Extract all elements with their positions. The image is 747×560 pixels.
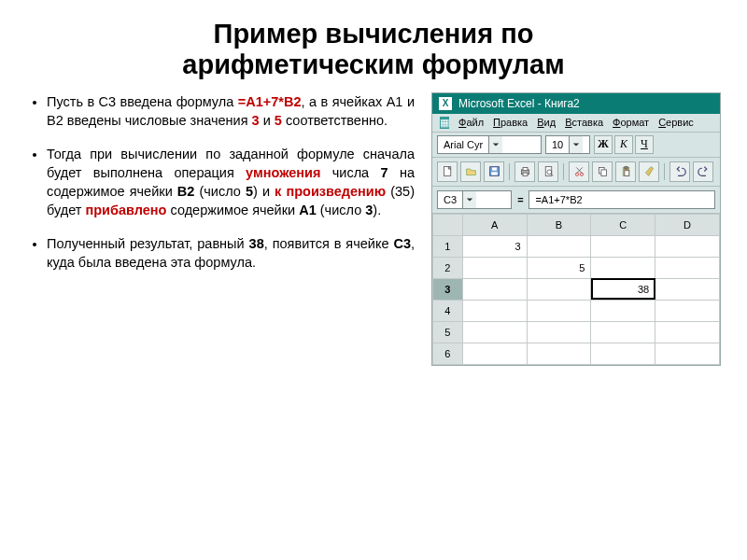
row-header-4[interactable]: 4 <box>433 300 463 321</box>
copy-icon[interactable] <box>592 161 613 182</box>
menu-format[interactable]: Формат <box>613 117 649 129</box>
cell-A3[interactable] <box>462 278 527 300</box>
cells-grid[interactable]: ABCD1325338456 <box>432 214 720 365</box>
row-header-2[interactable]: 2 <box>433 257 463 278</box>
format-painter-icon[interactable] <box>639 161 659 182</box>
cell-C2[interactable] <box>591 257 655 278</box>
paste-icon[interactable] <box>615 161 636 182</box>
standard-toolbar <box>432 158 720 187</box>
column-header-D[interactable]: D <box>655 214 720 235</box>
cut-icon[interactable] <box>569 161 589 182</box>
svg-rect-2 <box>492 168 497 171</box>
row-header-3[interactable]: 3 <box>433 278 463 300</box>
chevron-down-icon[interactable] <box>462 191 476 208</box>
svg-rect-6 <box>523 173 528 175</box>
cell-A5[interactable] <box>462 321 527 343</box>
svg-rect-14 <box>624 167 627 169</box>
bold-button[interactable]: Ж <box>594 135 613 154</box>
print-icon[interactable] <box>514 161 535 182</box>
save-icon[interactable] <box>484 161 504 182</box>
cell-D5[interactable] <box>655 321 720 343</box>
row-header-1[interactable]: 1 <box>433 235 463 257</box>
column-header-C[interactable]: C <box>591 214 655 235</box>
cell-C1[interactable] <box>591 235 655 257</box>
cell-B6[interactable] <box>527 343 591 364</box>
menu-file[interactable]: Файл <box>458 117 484 129</box>
cell-B1[interactable] <box>527 235 591 257</box>
cell-A6[interactable] <box>462 343 527 364</box>
chevron-down-icon[interactable] <box>488 136 502 153</box>
menu-insert[interactable]: Вставка <box>565 117 603 129</box>
column-header-B[interactable]: B <box>527 214 591 235</box>
cell-B4[interactable] <box>527 300 591 321</box>
excel-title-text: Microsoft Excel - Книга2 <box>458 97 580 110</box>
cell-D6[interactable] <box>655 343 720 364</box>
excel-app-icon: X <box>438 96 453 111</box>
bullet-3: Полученный результат, равный 38, появитс… <box>47 234 415 272</box>
svg-rect-5 <box>523 168 528 171</box>
cell-C4[interactable] <box>591 300 655 321</box>
cell-A1[interactable]: 3 <box>462 235 527 257</box>
open-icon[interactable] <box>460 161 481 182</box>
cell-D4[interactable] <box>655 300 720 321</box>
name-box[interactable]: C3 <box>437 190 512 209</box>
menu-tools[interactable]: Сервис <box>658 117 694 129</box>
font-size-combo[interactable]: 10 <box>545 135 590 154</box>
underline-button[interactable]: Ч <box>635 135 654 154</box>
cell-A4[interactable] <box>462 300 527 321</box>
slide-title: Пример вычисления поарифметическим форму… <box>26 19 721 81</box>
cell-A2[interactable] <box>462 257 527 278</box>
preview-icon[interactable] <box>538 161 558 182</box>
row-header-6[interactable]: 6 <box>433 343 463 364</box>
cell-B3[interactable] <box>527 278 591 300</box>
select-all-corner[interactable] <box>433 214 463 235</box>
row-header-5[interactable]: 5 <box>433 321 463 343</box>
cell-C5[interactable] <box>591 321 655 343</box>
chevron-down-icon[interactable] <box>569 136 583 153</box>
svg-rect-12 <box>600 170 606 176</box>
cell-C6[interactable] <box>591 343 655 364</box>
svg-rect-3 <box>491 173 498 175</box>
column-header-A[interactable]: A <box>462 214 527 235</box>
cell-B5[interactable] <box>527 321 591 343</box>
cell-D3[interactable] <box>655 278 720 300</box>
menu-view[interactable]: Вид <box>537 117 556 129</box>
bullet-column: Пусть в C3 введена формула =A1+7*B2, а в… <box>26 92 415 366</box>
excel-menu-bar[interactable]: ▦ Файл Правка Вид Вставка Формат Сервис <box>432 114 720 133</box>
cell-D1[interactable] <box>655 235 720 257</box>
italic-button[interactable]: К <box>614 135 633 154</box>
formula-bar: C3 = =A1+7*B2 <box>432 187 720 214</box>
new-icon[interactable] <box>437 161 458 182</box>
undo-icon[interactable] <box>669 161 690 182</box>
formula-input[interactable]: =A1+7*B2 <box>529 190 715 209</box>
cell-B2[interactable]: 5 <box>527 257 591 278</box>
cell-C3[interactable]: 38 <box>591 278 655 300</box>
font-name-combo[interactable]: Arial Cyr <box>437 135 542 154</box>
menu-edit[interactable]: Правка <box>493 117 528 129</box>
bullet-2: Тогда при вычислении по заданной формуле… <box>47 145 415 219</box>
font-toolbar: Arial Cyr 10 Ж К Ч <box>432 133 720 158</box>
workbook-icon: ▦ <box>440 117 449 129</box>
bullet-1: Пусть в C3 введена формула =A1+7*B2, а в… <box>47 92 415 130</box>
equals-label: = <box>517 194 523 205</box>
cell-D2[interactable] <box>655 257 720 278</box>
excel-title-bar: X Microsoft Excel - Книга2 <box>432 93 720 114</box>
svg-rect-15 <box>624 171 628 176</box>
excel-window: X Microsoft Excel - Книга2 ▦ Файл Правка… <box>431 92 721 366</box>
redo-icon[interactable] <box>693 161 713 182</box>
